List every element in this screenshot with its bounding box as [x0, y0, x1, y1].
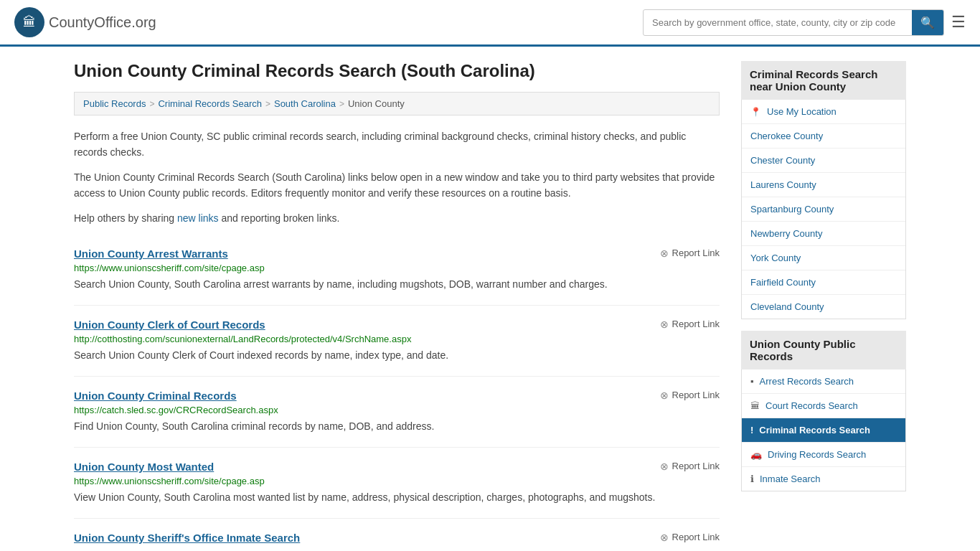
search-input[interactable]: [644, 11, 912, 34]
nearby-county-item[interactable]: Cherokee County: [742, 124, 905, 149]
description-3: Help others by sharing new links and rep…: [74, 210, 720, 226]
record-item: Union County Most Wanted ⊗ Report Link h…: [74, 448, 720, 519]
record-desc: View Union County, South Carolina most w…: [74, 490, 720, 505]
nearby-county-item[interactable]: Spartanburg County: [742, 197, 905, 222]
record-url[interactable]: http://cotthosting.com/scunionexternal/L…: [74, 334, 720, 344]
nearby-county-link[interactable]: Fairfield County: [742, 270, 905, 294]
breadcrumb-public-records[interactable]: Public Records: [83, 98, 146, 109]
record-desc: Search Union County Clerk of Court index…: [74, 348, 720, 363]
new-links-link[interactable]: new links: [177, 212, 219, 224]
main-container: Union County Criminal Records Search (So…: [60, 47, 920, 551]
breadcrumb-criminal-records-search[interactable]: Criminal Records Search: [158, 98, 262, 109]
nearby-county-item[interactable]: Newberry County: [742, 222, 905, 246]
use-my-location-link[interactable]: 📍 Use My Location: [742, 100, 905, 123]
desc3-pre: Help others by sharing: [74, 212, 177, 224]
menu-icon[interactable]: ☰: [951, 13, 966, 32]
record-title[interactable]: Union County Most Wanted: [74, 461, 214, 473]
nearby-county-link[interactable]: Newberry County: [742, 222, 905, 245]
record-type-icon: ▪: [750, 376, 754, 387]
nearby-section: Criminal Records Search near Union Count…: [741, 61, 906, 319]
record-item: Union County Criminal Records ⊗ Report L…: [74, 377, 720, 448]
record-type-icon: !: [750, 425, 753, 435]
record-url[interactable]: https://catch.sled.sc.gov/CRCRecordSearc…: [74, 405, 720, 415]
nearby-county-link[interactable]: York County: [742, 246, 905, 270]
nearby-county-item[interactable]: Fairfield County: [742, 270, 905, 295]
breadcrumb-south-carolina[interactable]: South Carolina: [274, 98, 336, 109]
public-records-section: Union County Public Records ▪ Arrest Rec…: [741, 331, 906, 491]
sidebar-record-label: Criminal Records Search: [759, 425, 870, 435]
record-type-icon: 🏛: [750, 400, 760, 411]
search-button[interactable]: 🔍: [912, 10, 943, 35]
report-icon: ⊗: [660, 532, 669, 543]
breadcrumb-union-county: Union County: [348, 98, 405, 109]
sidebar-record-link[interactable]: 🚗 Driving Records Search: [742, 443, 905, 466]
sidebar-record-item[interactable]: ℹ Inmate Search: [742, 467, 905, 491]
public-records-list: ▪ Arrest Records Search 🏛 Court Records …: [741, 369, 906, 491]
sidebar-record-item[interactable]: 🚗 Driving Records Search: [742, 443, 905, 467]
record-url[interactable]: https://www.unionscsheriff.com/site/cpag…: [74, 263, 720, 273]
record-desc: Search Union County, South Carolina arre…: [74, 277, 720, 292]
record-type-icon: ℹ: [750, 474, 754, 484]
public-records-header: Union County Public Records: [741, 331, 906, 369]
sidebar-record-label: Inmate Search: [760, 474, 821, 484]
report-icon: ⊗: [660, 319, 669, 330]
report-label: Report Link: [672, 390, 720, 400]
record-header: Union County Clerk of Court Records ⊗ Re…: [74, 319, 720, 331]
record-title[interactable]: Union County Clerk of Court Records: [74, 319, 265, 331]
logo-brand: CountyOffice: [49, 14, 131, 30]
sidebar: Criminal Records Search near Union Count…: [741, 61, 906, 551]
nearby-county-link[interactable]: Laurens County: [742, 173, 905, 197]
record-item: Union County Sheriff's Office Inmate Sea…: [74, 519, 720, 551]
record-url[interactable]: https://www.unionscsheriff.com/site/cpag…: [74, 476, 720, 486]
report-link[interactable]: ⊗ Report Link: [660, 532, 720, 543]
records-list: Union County Arrest Warrants ⊗ Report Li…: [74, 235, 720, 551]
record-title[interactable]: Union County Sheriff's Office Inmate Sea…: [74, 532, 300, 544]
record-item: Union County Arrest Warrants ⊗ Report Li…: [74, 235, 720, 306]
sidebar-record-label: Arrest Records Search: [760, 376, 854, 387]
nearby-header: Criminal Records Search near Union Count…: [741, 61, 906, 100]
use-my-location-label: Use My Location: [767, 106, 837, 117]
nearby-county-link[interactable]: Spartanburg County: [742, 197, 905, 221]
record-title[interactable]: Union County Arrest Warrants: [74, 248, 228, 260]
sidebar-record-link[interactable]: ! Criminal Records Search: [742, 418, 905, 442]
report-link[interactable]: ⊗ Report Link: [660, 319, 720, 330]
nearby-county-item[interactable]: Chester County: [742, 149, 905, 173]
description-2: The Union County Criminal Records Search…: [74, 169, 720, 202]
site-header: 🏛 CountyOffice.org 🔍 ☰: [0, 0, 980, 47]
nearby-list: 📍 Use My Location Cherokee CountyChester…: [741, 100, 906, 319]
breadcrumb-sep-1: >: [149, 99, 154, 109]
report-label: Report Link: [672, 461, 720, 471]
report-link[interactable]: ⊗ Report Link: [660, 390, 720, 401]
nearby-county-link[interactable]: Cherokee County: [742, 124, 905, 148]
logo-text: CountyOffice.org: [49, 14, 156, 31]
record-header: Union County Criminal Records ⊗ Report L…: [74, 390, 720, 402]
sidebar-record-item[interactable]: ! Criminal Records Search: [742, 418, 905, 443]
report-link[interactable]: ⊗ Report Link: [660, 461, 720, 472]
use-my-location-item[interactable]: 📍 Use My Location: [742, 100, 905, 124]
description-1: Perform a free Union County, SC public c…: [74, 128, 720, 161]
nearby-county-item[interactable]: York County: [742, 246, 905, 270]
nearby-county-item[interactable]: Laurens County: [742, 173, 905, 197]
logo-suffix: .org: [131, 14, 156, 30]
sidebar-record-link[interactable]: ▪ Arrest Records Search: [742, 369, 905, 393]
record-header: Union County Arrest Warrants ⊗ Report Li…: [74, 248, 720, 260]
record-item: Union County Clerk of Court Records ⊗ Re…: [74, 306, 720, 377]
record-type-icon: 🚗: [750, 449, 762, 460]
sidebar-record-item[interactable]: 🏛 Court Records Search: [742, 394, 905, 418]
sidebar-record-link[interactable]: 🏛 Court Records Search: [742, 394, 905, 418]
sidebar-record-label: Driving Records Search: [768, 449, 866, 460]
report-label: Report Link: [672, 532, 720, 542]
report-label: Report Link: [672, 319, 720, 329]
record-title[interactable]: Union County Criminal Records: [74, 390, 237, 402]
nearby-county-item[interactable]: Cleveland County: [742, 295, 905, 319]
page-title: Union County Criminal Records Search (So…: [74, 61, 720, 81]
sidebar-record-label: Court Records Search: [765, 400, 858, 411]
location-icon: 📍: [750, 107, 761, 117]
report-icon: ⊗: [660, 248, 669, 259]
nearby-county-link[interactable]: Cleveland County: [742, 295, 905, 319]
sidebar-record-link[interactable]: ℹ Inmate Search: [742, 467, 905, 491]
nearby-county-link[interactable]: Chester County: [742, 149, 905, 172]
report-link[interactable]: ⊗ Report Link: [660, 248, 720, 259]
search-nav: 🔍 ☰: [643, 9, 966, 36]
sidebar-record-item[interactable]: ▪ Arrest Records Search: [742, 369, 905, 394]
